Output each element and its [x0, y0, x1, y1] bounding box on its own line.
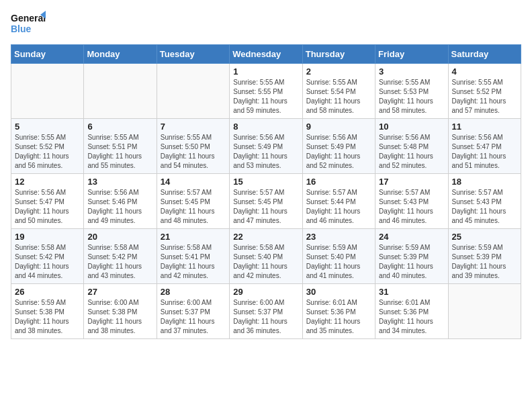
day-number: 2 — [306, 66, 371, 77]
calendar-cell: 30Sunrise: 6:01 AMSunset: 5:36 PMDayligh… — [302, 284, 375, 339]
day-number: 3 — [379, 66, 444, 77]
day-info: Sunrise: 5:59 AMSunset: 5:40 PMDaylight:… — [306, 243, 371, 281]
weekday-header: Sunday — [11, 45, 84, 64]
calendar-cell — [448, 284, 521, 339]
calendar-cell: 9Sunrise: 5:56 AMSunset: 5:49 PMDaylight… — [302, 119, 375, 174]
day-number: 10 — [379, 122, 444, 132]
day-number: 29 — [233, 287, 298, 297]
weekday-header: Friday — [375, 45, 448, 64]
weekday-header: Tuesday — [157, 45, 229, 64]
calendar: SundayMondayTuesdayWednesdayThursdayFrid… — [11, 44, 521, 339]
weekday-header: Wednesday — [230, 45, 302, 64]
day-info: Sunrise: 5:56 AMSunset: 5:49 PMDaylight:… — [306, 133, 371, 171]
calendar-cell: 17Sunrise: 5:57 AMSunset: 5:43 PMDayligh… — [375, 174, 448, 229]
calendar-header-row: SundayMondayTuesdayWednesdayThursdayFrid… — [11, 45, 521, 64]
day-number: 19 — [15, 232, 80, 242]
day-info: Sunrise: 5:56 AMSunset: 5:47 PMDaylight:… — [452, 133, 517, 171]
calendar-week-row: 26Sunrise: 5:59 AMSunset: 5:38 PMDayligh… — [11, 284, 521, 339]
calendar-cell: 10Sunrise: 5:56 AMSunset: 5:48 PMDayligh… — [375, 119, 448, 174]
day-info: Sunrise: 6:01 AMSunset: 5:36 PMDaylight:… — [306, 298, 371, 336]
calendar-cell: 1Sunrise: 5:55 AMSunset: 5:55 PMDaylight… — [230, 64, 302, 119]
day-number: 23 — [306, 232, 371, 242]
day-info: Sunrise: 6:00 AMSunset: 5:37 PMDaylight:… — [161, 298, 226, 336]
day-info: Sunrise: 5:55 AMSunset: 5:54 PMDaylight:… — [306, 78, 371, 116]
day-info: Sunrise: 5:57 AMSunset: 5:45 PMDaylight:… — [233, 188, 298, 226]
calendar-cell: 2Sunrise: 5:55 AMSunset: 5:54 PMDaylight… — [302, 64, 375, 119]
day-number: 7 — [161, 122, 226, 132]
day-info: Sunrise: 5:58 AMSunset: 5:42 PMDaylight:… — [87, 243, 152, 281]
day-info: Sunrise: 6:00 AMSunset: 5:37 PMDaylight:… — [233, 298, 298, 336]
logo-svg: General Blue — [11, 11, 46, 39]
day-number: 6 — [87, 122, 152, 132]
day-number: 18 — [452, 177, 517, 187]
day-number: 25 — [452, 232, 517, 242]
calendar-cell: 24Sunrise: 5:59 AMSunset: 5:39 PMDayligh… — [375, 229, 448, 284]
calendar-cell: 3Sunrise: 5:55 AMSunset: 5:53 PMDaylight… — [375, 64, 448, 119]
day-info: Sunrise: 5:55 AMSunset: 5:55 PMDaylight:… — [233, 78, 298, 116]
day-info: Sunrise: 5:59 AMSunset: 5:39 PMDaylight:… — [379, 243, 444, 281]
calendar-cell: 13Sunrise: 5:56 AMSunset: 5:46 PMDayligh… — [84, 174, 157, 229]
calendar-cell: 5Sunrise: 5:55 AMSunset: 5:52 PMDaylight… — [11, 119, 84, 174]
day-info: Sunrise: 5:55 AMSunset: 5:52 PMDaylight:… — [452, 78, 517, 116]
calendar-cell: 23Sunrise: 5:59 AMSunset: 5:40 PMDayligh… — [302, 229, 375, 284]
day-number: 28 — [161, 287, 226, 297]
calendar-cell: 19Sunrise: 5:58 AMSunset: 5:42 PMDayligh… — [11, 229, 84, 284]
calendar-cell: 22Sunrise: 5:58 AMSunset: 5:40 PMDayligh… — [230, 229, 302, 284]
day-number: 24 — [379, 232, 444, 242]
day-info: Sunrise: 5:55 AMSunset: 5:50 PMDaylight:… — [161, 133, 226, 171]
day-info: Sunrise: 5:57 AMSunset: 5:43 PMDaylight:… — [452, 188, 517, 226]
day-number: 15 — [233, 177, 298, 187]
calendar-cell: 27Sunrise: 6:00 AMSunset: 5:38 PMDayligh… — [84, 284, 157, 339]
day-number: 9 — [306, 122, 371, 132]
calendar-cell: 7Sunrise: 5:55 AMSunset: 5:50 PMDaylight… — [157, 119, 229, 174]
svg-text:Blue: Blue — [11, 24, 32, 34]
calendar-cell: 6Sunrise: 5:55 AMSunset: 5:51 PMDaylight… — [84, 119, 157, 174]
day-info: Sunrise: 5:56 AMSunset: 5:46 PMDaylight:… — [87, 188, 152, 226]
calendar-cell: 11Sunrise: 5:56 AMSunset: 5:47 PMDayligh… — [448, 119, 521, 174]
day-number: 20 — [87, 232, 152, 242]
day-info: Sunrise: 6:00 AMSunset: 5:38 PMDaylight:… — [87, 298, 152, 336]
day-info: Sunrise: 5:56 AMSunset: 5:47 PMDaylight:… — [15, 188, 80, 226]
calendar-cell: 21Sunrise: 5:58 AMSunset: 5:41 PMDayligh… — [157, 229, 229, 284]
calendar-cell: 26Sunrise: 5:59 AMSunset: 5:38 PMDayligh… — [11, 284, 84, 339]
calendar-week-row: 19Sunrise: 5:58 AMSunset: 5:42 PMDayligh… — [11, 229, 521, 284]
day-info: Sunrise: 5:59 AMSunset: 5:39 PMDaylight:… — [452, 243, 517, 281]
calendar-cell: 20Sunrise: 5:58 AMSunset: 5:42 PMDayligh… — [84, 229, 157, 284]
day-info: Sunrise: 5:56 AMSunset: 5:49 PMDaylight:… — [233, 133, 298, 171]
day-number: 4 — [452, 66, 517, 77]
calendar-cell: 15Sunrise: 5:57 AMSunset: 5:45 PMDayligh… — [230, 174, 302, 229]
weekday-header: Saturday — [448, 45, 521, 64]
day-number: 27 — [87, 287, 152, 297]
day-number: 12 — [15, 177, 80, 187]
calendar-cell: 4Sunrise: 5:55 AMSunset: 5:52 PMDaylight… — [448, 64, 521, 119]
day-number: 22 — [233, 232, 298, 242]
calendar-cell: 18Sunrise: 5:57 AMSunset: 5:43 PMDayligh… — [448, 174, 521, 229]
day-number: 21 — [161, 232, 226, 242]
day-info: Sunrise: 5:58 AMSunset: 5:42 PMDaylight:… — [15, 243, 80, 281]
calendar-cell — [157, 64, 229, 119]
logo: General Blue — [11, 11, 46, 39]
calendar-cell: 25Sunrise: 5:59 AMSunset: 5:39 PMDayligh… — [448, 229, 521, 284]
calendar-cell: 12Sunrise: 5:56 AMSunset: 5:47 PMDayligh… — [11, 174, 84, 229]
day-info: Sunrise: 5:57 AMSunset: 5:45 PMDaylight:… — [161, 188, 226, 226]
weekday-header: Thursday — [302, 45, 375, 64]
calendar-cell: 16Sunrise: 5:57 AMSunset: 5:44 PMDayligh… — [302, 174, 375, 229]
day-number: 14 — [161, 177, 226, 187]
calendar-cell — [11, 64, 84, 119]
day-info: Sunrise: 5:57 AMSunset: 5:43 PMDaylight:… — [379, 188, 444, 226]
calendar-week-row: 5Sunrise: 5:55 AMSunset: 5:52 PMDaylight… — [11, 119, 521, 174]
day-number: 8 — [233, 122, 298, 132]
calendar-week-row: 12Sunrise: 5:56 AMSunset: 5:47 PMDayligh… — [11, 174, 521, 229]
day-info: Sunrise: 5:58 AMSunset: 5:40 PMDaylight:… — [233, 243, 298, 281]
calendar-cell: 8Sunrise: 5:56 AMSunset: 5:49 PMDaylight… — [230, 119, 302, 174]
calendar-cell: 14Sunrise: 5:57 AMSunset: 5:45 PMDayligh… — [157, 174, 229, 229]
day-number: 13 — [87, 177, 152, 187]
day-info: Sunrise: 5:58 AMSunset: 5:41 PMDaylight:… — [161, 243, 226, 281]
day-info: Sunrise: 6:01 AMSunset: 5:36 PMDaylight:… — [379, 298, 444, 336]
day-number: 31 — [379, 287, 444, 297]
calendar-cell: 31Sunrise: 6:01 AMSunset: 5:36 PMDayligh… — [375, 284, 448, 339]
day-number: 30 — [306, 287, 371, 297]
day-number: 11 — [452, 122, 517, 132]
calendar-cell: 29Sunrise: 6:00 AMSunset: 5:37 PMDayligh… — [230, 284, 302, 339]
day-info: Sunrise: 5:56 AMSunset: 5:48 PMDaylight:… — [379, 133, 444, 171]
